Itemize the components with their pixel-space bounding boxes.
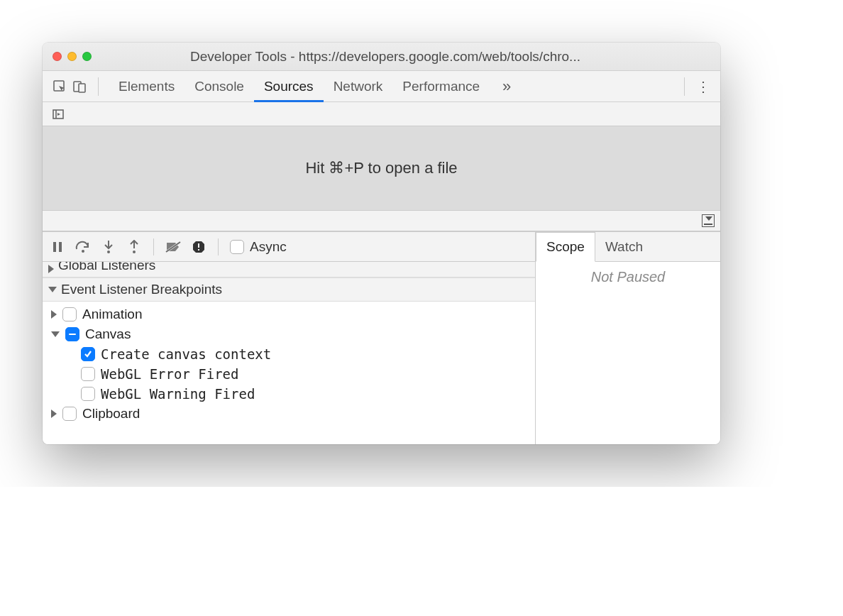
show-navigator-icon[interactable]: [50, 106, 67, 123]
checkbox[interactable]: [81, 367, 95, 381]
step-out-icon[interactable]: [126, 239, 142, 255]
breakpoint-item[interactable]: WebGL Warning Fired: [43, 384, 535, 404]
debugger-toolbar: Async: [43, 232, 535, 262]
svg-rect-11: [198, 243, 199, 248]
drawer-bar: [43, 210, 720, 231]
expand-drawer-icon[interactable]: [702, 214, 715, 227]
breakpoint-item[interactable]: WebGL Error Fired: [43, 364, 535, 384]
event-listener-breakpoints-label: Event Listener Breakpoints: [61, 282, 222, 297]
pause-icon[interactable]: [50, 239, 65, 255]
inspect-element-icon[interactable]: [51, 78, 68, 95]
separator: [98, 77, 99, 96]
minitab-watch[interactable]: Watch: [595, 232, 653, 261]
category-label: Canvas: [85, 326, 131, 342]
category-canvas[interactable]: Canvas: [43, 324, 535, 344]
sources-subbar: [43, 102, 720, 126]
device-toolbar-icon[interactable]: [71, 78, 88, 95]
main-tabbar: ElementsConsoleSourcesNetworkPerformance…: [43, 71, 720, 102]
breakpoint-item[interactable]: Create canvas context: [43, 344, 535, 364]
separator: [153, 238, 154, 255]
window-controls: [53, 52, 92, 61]
window-title: Developer Tools - https://developers.goo…: [103, 49, 710, 65]
checkbox[interactable]: [81, 387, 95, 401]
category-label: Animation: [82, 307, 143, 322]
checkbox[interactable]: [65, 327, 79, 341]
tab-performance[interactable]: Performance: [392, 71, 490, 102]
async-checkbox[interactable]: [230, 240, 244, 254]
disclosure-triangle-icon: [51, 409, 57, 418]
scope-watch-pane: ScopeWatch Not Paused: [536, 232, 720, 444]
svg-point-8: [133, 251, 136, 253]
global-listeners-label: Global Listeners: [58, 262, 155, 273]
devtools-window: Developer Tools - https://developers.goo…: [43, 43, 720, 444]
svg-rect-12: [198, 249, 199, 251]
minimize-window-button[interactable]: [67, 52, 77, 61]
svg-rect-5: [59, 242, 62, 252]
breakpoint-label: Create canvas context: [101, 346, 271, 362]
global-listeners-header[interactable]: Global Listeners: [43, 262, 535, 277]
scope-watch-tabs: ScopeWatch: [536, 232, 720, 262]
disclosure-triangle-icon: [51, 331, 60, 337]
disclosure-triangle-icon: [48, 265, 54, 273]
step-over-icon[interactable]: [75, 239, 91, 255]
debugger-pane: Async Global Listeners Event Listener Br…: [43, 231, 720, 444]
event-listener-breakpoints-header[interactable]: Event Listener Breakpoints: [43, 277, 535, 302]
checkbox[interactable]: [62, 407, 77, 421]
svg-rect-2: [79, 84, 85, 92]
debugger-left-pane: Async Global Listeners Event Listener Br…: [43, 232, 536, 444]
minitab-scope[interactable]: Scope: [536, 232, 595, 262]
zoom-window-button[interactable]: [82, 52, 92, 61]
disclosure-triangle-icon: [51, 310, 57, 319]
close-window-button[interactable]: [53, 52, 62, 61]
svg-point-6: [82, 250, 84, 253]
svg-point-7: [107, 251, 110, 253]
open-file-hint: Hit ⌘+P to open a file: [43, 126, 720, 210]
disclosure-triangle-icon: [48, 287, 57, 292]
tab-console[interactable]: Console: [184, 71, 254, 102]
more-tabs-button[interactable]: »: [497, 77, 517, 96]
checkbox[interactable]: [81, 347, 95, 361]
async-label: Async: [250, 239, 287, 255]
tab-network[interactable]: Network: [324, 71, 393, 102]
not-paused-message: Not Paused: [536, 262, 720, 292]
category-label: Clipboard: [82, 406, 140, 422]
kebab-menu-icon[interactable]: ⋮: [695, 78, 712, 95]
category-clipboard[interactable]: Clipboard: [43, 404, 535, 424]
pause-on-exceptions-icon[interactable]: [191, 239, 206, 255]
breakpoint-label: WebGL Error Fired: [101, 366, 238, 382]
svg-rect-4: [53, 242, 56, 252]
async-checkbox-wrap[interactable]: Async: [230, 239, 287, 255]
step-into-icon[interactable]: [101, 239, 116, 255]
breakpoint-label: WebGL Warning Fired: [101, 386, 255, 402]
titlebar: Developer Tools - https://developers.goo…: [43, 43, 720, 71]
separator: [218, 238, 219, 255]
tab-elements[interactable]: Elements: [109, 71, 184, 102]
event-listener-tree: AnimationCanvasCreate canvas contextWebG…: [43, 302, 535, 427]
separator: [684, 77, 685, 96]
tab-sources[interactable]: Sources: [254, 71, 324, 102]
checkbox[interactable]: [62, 307, 77, 321]
category-animation[interactable]: Animation: [43, 304, 535, 324]
deactivate-breakpoints-icon[interactable]: [165, 239, 181, 255]
